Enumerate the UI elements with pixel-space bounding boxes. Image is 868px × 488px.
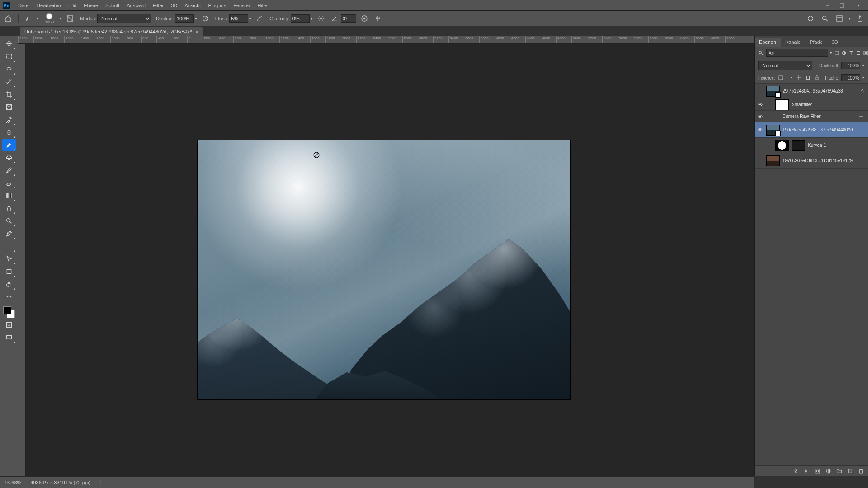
lasso-tool[interactable] bbox=[2, 63, 16, 75]
layer-mask-thumbnail[interactable] bbox=[792, 140, 805, 151]
menu-schrift[interactable]: Schrift bbox=[102, 0, 123, 10]
layer-visibility-toggle[interactable]: 👁 bbox=[755, 113, 766, 120]
color-swatch[interactable] bbox=[3, 306, 15, 318]
window-close-button[interactable] bbox=[851, 0, 865, 10]
menu-3d[interactable]: 3D bbox=[167, 0, 181, 10]
layer-blend-mode-select[interactable]: Normal bbox=[758, 61, 812, 70]
filter-pixel-icon[interactable] bbox=[834, 49, 840, 56]
history-brush-tool[interactable] bbox=[2, 164, 16, 176]
edit-toolbar-button[interactable] bbox=[2, 291, 16, 303]
layer-link-icon[interactable] bbox=[860, 88, 865, 94]
angle-input[interactable] bbox=[341, 14, 356, 23]
eraser-tool[interactable] bbox=[2, 177, 16, 189]
dodge-tool[interactable] bbox=[2, 215, 16, 227]
brush-preset-picker[interactable]: 3053 bbox=[42, 13, 57, 24]
document-tab-close[interactable]: × bbox=[196, 29, 198, 34]
filter-adjust-icon[interactable] bbox=[841, 49, 847, 56]
layer-name[interactable]: Smartfilter bbox=[792, 102, 865, 107]
share-button[interactable] bbox=[854, 13, 865, 24]
layer-row[interactable]: 29f7b124604...93a047894a38 bbox=[755, 84, 868, 99]
hand-tool[interactable] bbox=[2, 278, 16, 290]
menu-plugins[interactable]: Plug-ins bbox=[204, 0, 230, 10]
layer-visibility-toggle[interactable]: 👁 bbox=[755, 102, 766, 108]
menu-ansicht[interactable]: Ansicht bbox=[181, 0, 204, 10]
layer-row[interactable]: 1970c267e03613...1b3f115e14179 bbox=[755, 153, 868, 169]
layer-fx-button[interactable]: fx bbox=[803, 468, 810, 475]
layer-name[interactable]: Kurven 1 bbox=[808, 143, 865, 148]
canvas-area[interactable] bbox=[26, 44, 868, 476]
link-layers-button[interactable] bbox=[792, 468, 799, 475]
pressure-opacity-toggle[interactable] bbox=[200, 13, 211, 24]
lock-artboard-icon[interactable] bbox=[804, 74, 811, 81]
menu-auswahl[interactable]: Auswahl bbox=[123, 0, 149, 10]
search-app-button[interactable] bbox=[820, 13, 830, 24]
menu-ebene[interactable]: Ebene bbox=[80, 0, 102, 10]
shape-tool[interactable] bbox=[2, 266, 16, 277]
adjustment-layer-button[interactable] bbox=[825, 468, 832, 475]
layer-thumbnail[interactable] bbox=[766, 86, 780, 97]
angle-icon[interactable] bbox=[329, 13, 340, 24]
layer-name[interactable]: Camera Raw-Filter bbox=[783, 114, 858, 119]
brush-settings-toggle[interactable] bbox=[65, 13, 75, 24]
path-selection-tool[interactable] bbox=[2, 253, 16, 265]
symmetry-toggle[interactable] bbox=[373, 13, 383, 24]
brush-tool[interactable] bbox=[2, 139, 16, 151]
magic-wand-tool[interactable] bbox=[2, 76, 16, 88]
layer-name[interactable]: 29f7b124604...93a047894a38 bbox=[783, 89, 860, 94]
menu-bild[interactable]: Bild bbox=[65, 0, 80, 10]
pressure-size-toggle[interactable] bbox=[359, 13, 370, 24]
cloud-docs-button[interactable] bbox=[805, 13, 816, 24]
tab-ebenen[interactable]: Ebenen bbox=[755, 38, 781, 47]
window-minimize-button[interactable] bbox=[820, 0, 835, 10]
tab-kanaele[interactable]: Kanäle bbox=[781, 38, 805, 47]
blend-mode-select[interactable]: Normal bbox=[97, 14, 151, 23]
layer-name[interactable]: 1970c267e03613...1b3f115e14179 bbox=[783, 158, 865, 163]
document-canvas[interactable] bbox=[198, 140, 570, 399]
opacity-input[interactable] bbox=[175, 14, 194, 23]
menu-fenster[interactable]: Fenster bbox=[230, 0, 254, 10]
lock-all-icon[interactable] bbox=[813, 74, 821, 81]
blur-tool[interactable] bbox=[2, 202, 16, 214]
layer-group-button[interactable] bbox=[835, 468, 843, 475]
layer-thumbnail[interactable] bbox=[766, 125, 780, 136]
lock-transparency-icon[interactable] bbox=[777, 74, 784, 81]
marquee-tool[interactable] bbox=[2, 51, 16, 62]
tab-pfade[interactable]: Pfade bbox=[805, 38, 827, 47]
lock-position-icon[interactable] bbox=[795, 74, 802, 81]
workspace-switcher[interactable] bbox=[834, 13, 845, 24]
pen-tool[interactable] bbox=[2, 228, 16, 239]
layer-visibility-toggle[interactable]: 👁 bbox=[755, 127, 766, 133]
ruler-horizontal[interactable]: 2200200018001600140012001000800600400200… bbox=[18, 36, 868, 44]
new-layer-button[interactable] bbox=[846, 468, 854, 475]
smoothing-input[interactable] bbox=[291, 14, 310, 23]
window-maximize-button[interactable] bbox=[835, 0, 849, 10]
flow-input[interactable] bbox=[229, 14, 248, 23]
frame-tool[interactable] bbox=[2, 101, 16, 113]
screen-mode-button[interactable] bbox=[2, 332, 16, 343]
filter-type-icon[interactable] bbox=[849, 49, 854, 56]
move-tool[interactable] bbox=[2, 38, 16, 50]
layer-row[interactable]: 👁199e6dee42f968...87ee94944802d bbox=[755, 122, 868, 138]
menu-datei[interactable]: Datei bbox=[14, 0, 33, 10]
quick-mask-toggle[interactable] bbox=[2, 319, 16, 331]
menu-filter[interactable]: Filter bbox=[149, 0, 167, 10]
layer-opacity-input[interactable] bbox=[841, 62, 860, 69]
eyedropper-tool[interactable] bbox=[2, 114, 16, 126]
zoom-level[interactable]: 16.63% bbox=[5, 480, 21, 485]
menu-hilfe[interactable]: Hilfe bbox=[254, 0, 271, 10]
gradient-tool[interactable] bbox=[2, 190, 16, 202]
layer-thumbnail[interactable] bbox=[766, 155, 780, 166]
healing-brush-tool[interactable] bbox=[2, 127, 16, 138]
fill-input[interactable] bbox=[841, 74, 860, 81]
layer-mask-button[interactable] bbox=[814, 468, 821, 475]
lock-pixels-icon[interactable] bbox=[786, 74, 793, 81]
layer-row[interactable]: 👁Smartfilter bbox=[755, 99, 868, 111]
doc-info-chevron-icon[interactable]: 〉 bbox=[99, 479, 104, 486]
home-button[interactable] bbox=[3, 13, 14, 24]
crop-tool[interactable] bbox=[2, 89, 16, 100]
smoothing-options-button[interactable] bbox=[316, 13, 326, 24]
tool-preset-picker[interactable] bbox=[23, 13, 34, 24]
airbrush-toggle[interactable] bbox=[254, 13, 265, 24]
layer-row[interactable]: Kurven 1 bbox=[755, 138, 868, 153]
document-info[interactable]: 4936 Px x 3319 Px (72 ppi) bbox=[30, 480, 90, 485]
